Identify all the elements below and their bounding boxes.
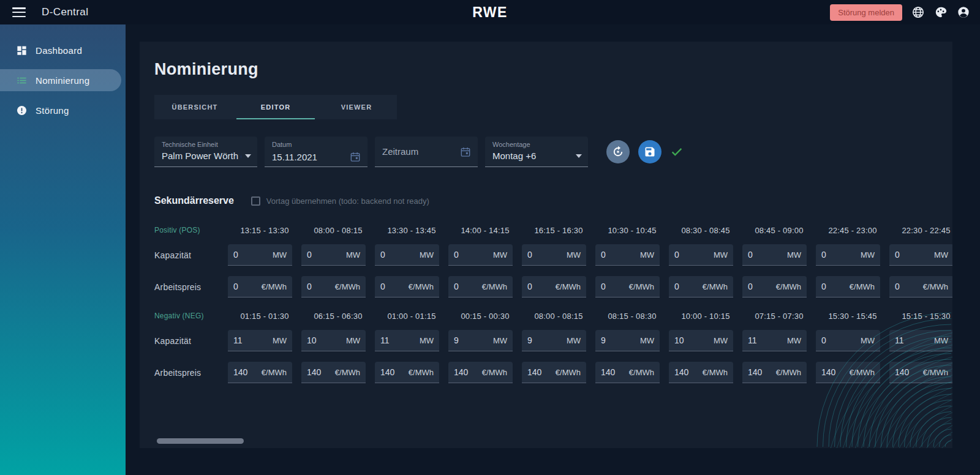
input-value: 0 [748, 282, 753, 291]
capacity-input[interactable]: 0MW [669, 244, 733, 266]
capacity-input[interactable]: 9MW [522, 330, 586, 351]
slot-time: 13:15 - 13:30 [228, 226, 301, 235]
price-input[interactable]: 0€/MWh [301, 276, 366, 297]
account-icon[interactable] [957, 6, 970, 19]
capacity-input[interactable]: 0MW [375, 244, 439, 266]
price-input[interactable]: 140€/MWh [522, 362, 586, 383]
price-input[interactable]: 0€/MWh [816, 276, 880, 297]
price-input[interactable]: 0€/MWh [375, 276, 439, 297]
capacity-input[interactable]: 0MW [228, 244, 292, 266]
horizontal-scrollbar[interactable] [157, 438, 244, 444]
price-input[interactable]: 140€/MWh [375, 362, 439, 383]
capacity-input[interactable]: 0MW [522, 244, 586, 266]
price-input[interactable]: 0€/MWh [742, 276, 807, 297]
value-cell: 9MW [595, 330, 669, 351]
slot-time: 22:30 - 22:45 [889, 226, 952, 235]
calendar-icon[interactable] [459, 146, 472, 158]
slot-time: 08:00 - 08:15 [522, 312, 595, 321]
unit-label: €/MWh [776, 282, 801, 291]
capacity-input[interactable]: 0MW [816, 330, 880, 351]
unit-label: MW [493, 250, 507, 260]
price-input[interactable]: 140€/MWh [669, 362, 733, 383]
value-cell: 9MW [448, 330, 522, 351]
unit-label: MW [787, 250, 801, 260]
content-card: Nominierung ÜBERSICHT EDITOR VIEWER Tech… [140, 42, 952, 448]
capacity-input[interactable]: 11MW [375, 330, 439, 351]
unit-label: MW [493, 336, 507, 345]
price-input[interactable]: 140€/MWh [448, 362, 513, 383]
unit-label: €/MWh [482, 368, 507, 377]
value-cell: 0MW [816, 330, 889, 351]
palette-icon[interactable] [934, 6, 948, 19]
capacity-input[interactable]: 0MW [816, 244, 880, 266]
input-value: 0 [527, 250, 532, 260]
row-label: Kapazität [154, 250, 228, 260]
price-input[interactable]: 140€/MWh [742, 362, 807, 383]
price-input[interactable]: 0€/MWh [669, 276, 733, 297]
value-cell: 140€/MWh [522, 362, 595, 383]
price-input[interactable]: 140€/MWh [889, 362, 952, 383]
price-input[interactable]: 0€/MWh [595, 276, 660, 297]
field-label: Technische Einheit [162, 141, 251, 148]
price-input[interactable]: 140€/MWh [595, 362, 660, 383]
slot-time: 01:00 - 01:15 [375, 312, 448, 321]
unit-label: MW [420, 336, 434, 345]
price-input[interactable]: 0€/MWh [228, 276, 292, 297]
slot-time: 10:30 - 10:45 [595, 226, 669, 235]
wochentage-select[interactable]: Wochentage Montag +6 [485, 137, 588, 167]
input-value: 0 [233, 250, 238, 260]
input-value: 0 [527, 282, 532, 291]
field-placeholder: Zeitraum [382, 146, 418, 157]
slot-time: 08:30 - 08:45 [669, 226, 742, 235]
price-input[interactable]: 140€/MWh [228, 362, 292, 383]
unit-label: MW [861, 250, 875, 260]
value-cell: 0MW [375, 244, 448, 266]
capacity-input[interactable]: 0MW [448, 244, 513, 266]
input-value: 140 [601, 367, 615, 377]
globe-icon[interactable] [911, 6, 925, 19]
nomination-list-icon [16, 75, 28, 86]
input-value: 140 [895, 367, 909, 377]
input-value: 11 [895, 335, 904, 345]
save-button[interactable] [638, 140, 662, 163]
tab-uebersicht[interactable]: ÜBERSICHT [154, 95, 235, 119]
capacity-input[interactable]: 11MW [742, 330, 807, 351]
sidebar-item-nominierung[interactable]: Nominierung [0, 69, 121, 91]
datum-field[interactable]: Datum 15.11.2021 [265, 137, 368, 167]
topbar: D-Central RWE Störung melden [0, 0, 980, 24]
price-input[interactable]: 0€/MWh [889, 276, 952, 297]
capacity-input[interactable]: 0MW [595, 244, 660, 266]
vortag-checkbox[interactable] [251, 196, 260, 206]
price-input[interactable]: 140€/MWh [301, 362, 366, 383]
capacity-input[interactable]: 11MW [889, 330, 952, 351]
price-input[interactable]: 140€/MWh [816, 362, 880, 383]
value-cell: 140€/MWh [595, 362, 669, 383]
group-label: Positiv (POS) [154, 226, 228, 234]
technische-einheit-select[interactable]: Technische Einheit Palm Power Wörth (... [154, 137, 257, 167]
capacity-input[interactable]: 0MW [301, 244, 366, 266]
report-fault-button[interactable]: Störung melden [830, 4, 902, 21]
price-input[interactable]: 0€/MWh [522, 276, 586, 297]
sidebar-item-stoerung[interactable]: Störung [0, 99, 121, 121]
slot-header-row: Positiv (POS)13:15 - 13:3008:00 - 08:151… [154, 222, 952, 238]
menu-icon[interactable] [12, 7, 26, 17]
capacity-input[interactable]: 0MW [742, 244, 807, 266]
capacity-input[interactable]: 0MW [889, 244, 952, 266]
price-row: Arbeitspreis0€/MWh0€/MWh0€/MWh0€/MWh0€/M… [154, 276, 952, 297]
capacity-input[interactable]: 9MW [448, 330, 513, 351]
input-value: 140 [527, 367, 541, 377]
reset-button[interactable] [606, 140, 630, 163]
capacity-input[interactable]: 10MW [669, 330, 733, 351]
value-cell: 11MW [742, 330, 816, 351]
tab-editor[interactable]: EDITOR [235, 95, 316, 119]
capacity-input[interactable]: 11MW [228, 330, 292, 351]
zeitraum-field[interactable]: Zeitraum [375, 137, 478, 167]
sidebar-item-dashboard[interactable]: Dashboard [0, 39, 121, 61]
slot-time: 13:30 - 13:45 [375, 226, 448, 235]
tab-viewer[interactable]: VIEWER [316, 95, 397, 119]
calendar-icon[interactable] [349, 151, 361, 163]
capacity-input[interactable]: 10MW [301, 330, 366, 351]
unit-label: MW [420, 250, 434, 260]
price-input[interactable]: 0€/MWh [448, 276, 513, 297]
capacity-input[interactable]: 9MW [595, 330, 660, 351]
